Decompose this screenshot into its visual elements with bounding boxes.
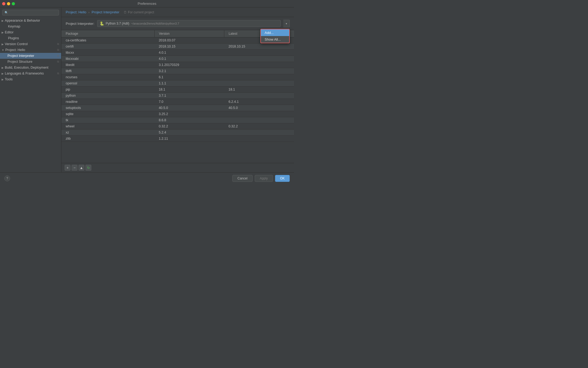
interpreter-dropdown-arrow[interactable]: ▾: [283, 20, 290, 27]
window-title: Preferences: [138, 2, 156, 6]
cell-version: 1.1.1: [154, 80, 224, 87]
remove-package-button[interactable]: −: [72, 165, 77, 171]
sidebar-item-label: Project: Hello: [5, 48, 25, 52]
table-row[interactable]: ca-certificates2018.03.07: [61, 37, 294, 44]
table-row[interactable]: wheel0.32.20.32.2: [61, 123, 294, 130]
cell-version: 40.5.0: [154, 105, 224, 111]
table-row[interactable]: xz5.2.4: [61, 130, 294, 136]
cell-version: 18.1: [154, 87, 224, 93]
cell-version: 4.0.1: [154, 50, 224, 56]
table-row[interactable]: tk8.6.8: [61, 117, 294, 123]
add-package-button[interactable]: +: [65, 165, 70, 171]
sidebar-item-label: Appearance & Behavior: [5, 19, 40, 22]
arrow-icon: ▶: [2, 43, 4, 46]
cell-latest: [224, 74, 294, 80]
cell-version: 7.0: [154, 99, 224, 105]
interpreter-name: Python 3.7 (Adil): [106, 22, 130, 25]
sidebar-item-version-control[interactable]: ▶ Version Control ⧉: [0, 41, 61, 47]
copy-icon: ⧉: [57, 54, 59, 57]
col-header-version: Version: [154, 30, 224, 37]
sidebar-item-label: Editor: [5, 30, 14, 34]
main-area: Project: Hello › Project Interpreter 🗒 F…: [61, 7, 294, 172]
ok-button[interactable]: OK: [275, 175, 290, 182]
cell-package: readline: [61, 99, 154, 105]
cell-version: 0.32.2: [154, 123, 224, 130]
dropdown-show-all-item[interactable]: Show All...: [261, 36, 289, 43]
cell-latest: 40.5.0: [224, 105, 294, 111]
cell-latest: 0.32.2: [224, 123, 294, 130]
table-row[interactable]: setuptools40.5.040.5.0: [61, 105, 294, 111]
breadcrumb-project[interactable]: Project: Hello: [66, 10, 86, 14]
main-content: 🔍 ▶ Appearance & Behavior Keymap ▶ Edito…: [0, 7, 294, 172]
sidebar-item-project-hello[interactable]: ▼ Project: Hello ⧉: [0, 47, 61, 53]
cell-latest: [224, 130, 294, 136]
table-row[interactable]: readline7.06.2.4.1: [61, 99, 294, 105]
sidebar-item-appearance[interactable]: ▶ Appearance & Behavior: [0, 18, 61, 24]
close-button[interactable]: [2, 2, 5, 5]
minimize-button[interactable]: [7, 2, 10, 5]
table-row[interactable]: libcxx4.0.1: [61, 50, 294, 56]
cell-version: 2018.03.07: [154, 37, 224, 44]
search-box[interactable]: 🔍: [2, 10, 59, 15]
sidebar-item-tools[interactable]: ▶ Tools: [0, 76, 61, 82]
table-header-row: Package Version Latest: [61, 30, 294, 37]
cell-package: zlib: [61, 136, 154, 142]
arrow-icon: ▶: [2, 66, 4, 69]
sidebar-item-keymap[interactable]: Keymap: [0, 24, 61, 29]
sidebar: 🔍 ▶ Appearance & Behavior Keymap ▶ Edito…: [0, 7, 61, 172]
table-row[interactable]: libffi3.2.1: [61, 68, 294, 74]
cell-package: ca-certificates: [61, 37, 154, 44]
cell-package: certifi: [61, 44, 154, 50]
table-row[interactable]: python3.7.1: [61, 93, 294, 99]
sidebar-item-build-execution[interactable]: ▶ Build, Execution, Deployment: [0, 65, 61, 71]
interpreter-selector[interactable]: 🐍 Python 3.7 (Adil) ~/anaconda3/envs/Adi…: [97, 20, 281, 27]
dropdown-add-item[interactable]: Add...: [261, 29, 289, 36]
packages-toolbar: + − ▲ ↻: [61, 163, 294, 172]
breadcrumb-current[interactable]: Project Interpreter: [92, 10, 119, 14]
python-icon: 🐍: [100, 21, 104, 26]
sidebar-item-plugins[interactable]: Plugins: [0, 35, 61, 41]
table-row[interactable]: certifi2018.10.152018.10.15: [61, 44, 294, 50]
table-row[interactable]: libedit3.1.20170329: [61, 62, 294, 68]
cell-latest: [224, 56, 294, 62]
copy-icon: ⧉: [57, 42, 59, 46]
cell-version: 1.2.11: [154, 136, 224, 142]
sidebar-item-project-structure[interactable]: Project Structure ⧉: [0, 59, 61, 65]
sidebar-item-label: Keymap: [8, 25, 20, 28]
cell-version: 3.1.20170329: [154, 62, 224, 68]
search-input[interactable]: [9, 11, 57, 14]
sidebar-item-label: Project Structure: [7, 60, 32, 64]
table-row[interactable]: zlib1.2.11: [61, 136, 294, 142]
cell-version: 3.2.1: [154, 68, 224, 74]
arrow-icon: ▶: [2, 78, 4, 81]
sidebar-item-label: Tools: [5, 77, 13, 81]
table-row[interactable]: openssl1.1.1: [61, 80, 294, 87]
packages-table-container: Package Version Latest ca-certificates20…: [61, 30, 294, 163]
sidebar-item-editor[interactable]: ▶ Editor: [0, 29, 61, 35]
interpreter-dropdown-menu: Add... Show All...: [260, 29, 290, 43]
table-row[interactable]: sqlite3.25.2: [61, 111, 294, 117]
footer-right: Cancel Apply OK: [232, 175, 290, 182]
col-header-package: Package: [61, 30, 154, 37]
copy-icon: ⧉: [57, 72, 59, 75]
maximize-button[interactable]: [12, 2, 15, 5]
cell-latest: [224, 93, 294, 99]
refresh-packages-button[interactable]: ↻: [85, 165, 91, 171]
upgrade-package-button[interactable]: ▲: [79, 165, 84, 171]
cell-package: libedit: [61, 62, 154, 68]
copy-icon: ⧉: [57, 60, 59, 63]
cell-latest: [224, 136, 294, 142]
apply-button[interactable]: Apply: [255, 175, 273, 182]
table-row[interactable]: libcxxabi4.0.1: [61, 56, 294, 62]
help-button[interactable]: ?: [4, 175, 10, 181]
sidebar-item-project-interpreter[interactable]: Project Interpreter ⧉: [0, 53, 61, 59]
arrow-icon: ▼: [2, 49, 4, 52]
cell-package: tk: [61, 117, 154, 123]
cell-latest: [224, 111, 294, 117]
table-row[interactable]: pip18.118.1: [61, 87, 294, 93]
cell-version: 8.6.8: [154, 117, 224, 123]
sidebar-item-languages-frameworks[interactable]: ▶ Languages & Frameworks ⧉: [0, 71, 61, 76]
titlebar: Preferences: [0, 0, 294, 7]
cancel-button[interactable]: Cancel: [232, 175, 252, 182]
table-row[interactable]: ncurses6.1: [61, 74, 294, 80]
